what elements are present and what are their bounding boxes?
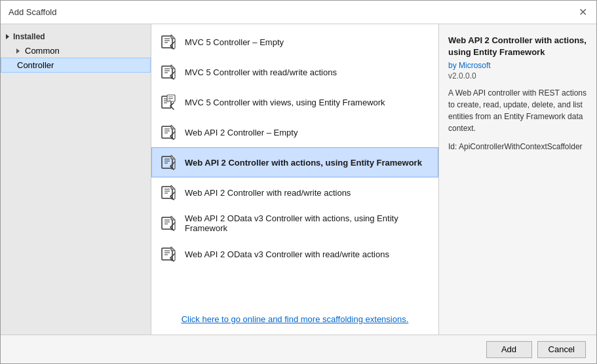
webapi2-odata-rw-icon	[160, 245, 178, 263]
scaffold-item-mvc5-rw[interactable]: MVC 5 Controller with read/write actions	[151, 57, 438, 87]
webapi2-odata-ef-label: Web API 2 OData v3 Controller with actio…	[185, 213, 430, 233]
scaffold-item-mvc5-views[interactable]: MVC 5 Controller with views, using Entit…	[151, 87, 438, 117]
webapi2-rw-label: Web API 2 Controller with read/write act…	[185, 188, 351, 198]
middle-panel: MVC 5 Controller – Empty	[151, 24, 439, 335]
detail-id: Id: ApiControllerWithContextScaffolder	[448, 142, 587, 151]
detail-title: Web API 2 Controller with actions, using…	[448, 35, 587, 58]
webapi2-empty-label: Web API 2 Controller – Empty	[185, 128, 298, 137]
scaffold-item-webapi2-odata-rw[interactable]: Web API 2 OData v3 Controller with read/…	[151, 239, 438, 269]
svg-marker-13	[171, 216, 175, 220]
mvc5-empty-label: MVC 5 Controller – Empty	[185, 37, 284, 47]
expand-icon	[6, 34, 9, 39]
svg-marker-3	[171, 65, 175, 69]
dialog-title: Add Scaffold	[9, 7, 56, 17]
installed-header: Installed	[1, 29, 151, 44]
mvc5-rw-label: MVC 5 Controller with read/write actions	[185, 67, 337, 77]
scaffold-item-webapi2-rw[interactable]: Web API 2 Controller with read/write act…	[151, 177, 438, 208]
webapi2-odata-ef-icon	[160, 214, 178, 232]
scaffold-item-webapi2-empty[interactable]: Web API 2 Controller – Empty	[151, 117, 438, 147]
mvc5-views-icon	[160, 93, 178, 111]
controller-label: Controller	[17, 60, 54, 70]
online-link-area: Click here to go online and find more sc…	[151, 306, 438, 335]
cancel-button[interactable]: Cancel	[537, 341, 586, 358]
scaffold-item-webapi2-ef[interactable]: Web API 2 Controller with actions, using…	[151, 147, 438, 177]
svg-marker-11	[171, 185, 175, 189]
webapi2-rw-icon	[160, 183, 178, 202]
svg-marker-1	[171, 35, 175, 39]
left-panel: Installed Common Controller	[1, 24, 151, 335]
scaffold-item-mvc5-empty[interactable]: MVC 5 Controller – Empty	[151, 27, 438, 57]
right-panel: Web API 2 Controller with actions, using…	[439, 24, 596, 335]
mvc5-views-label: MVC 5 Controller with views, using Entit…	[185, 98, 385, 107]
footer: Add Cancel	[1, 335, 596, 363]
common-label: Common	[25, 46, 60, 56]
webapi2-ef-label: Web API 2 Controller with actions, using…	[185, 158, 422, 168]
close-button[interactable]: ✕	[577, 7, 588, 18]
add-button[interactable]: Add	[486, 341, 532, 358]
installed-label: Installed	[13, 32, 45, 41]
detail-version: v2.0.0.0	[448, 71, 587, 81]
svg-marker-7	[171, 125, 175, 129]
scaffold-item-webapi2-odata-ef[interactable]: Web API 2 OData v3 Controller with actio…	[151, 208, 438, 239]
sidebar-item-controller[interactable]: Controller	[1, 58, 151, 73]
svg-marker-15	[171, 247, 175, 251]
webapi2-ef-icon	[160, 153, 178, 172]
svg-rect-5	[167, 95, 175, 101]
scaffold-list: MVC 5 Controller – Empty	[151, 24, 438, 306]
detail-author: by Microsoft	[448, 61, 587, 70]
common-arrow-icon	[16, 48, 20, 54]
mvc5-empty-icon	[160, 33, 178, 51]
detail-description: A Web API controller with REST actions t…	[448, 87, 587, 134]
online-link[interactable]: Click here to go online and find more sc…	[182, 314, 409, 324]
content-area: Installed Common Controller	[1, 24, 596, 335]
mvc5-rw-icon	[160, 63, 178, 81]
svg-marker-9	[171, 155, 175, 159]
webapi2-empty-icon	[160, 123, 178, 141]
title-bar: Add Scaffold ✕	[1, 1, 596, 24]
webapi2-odata-rw-label: Web API 2 OData v3 Controller with read/…	[185, 249, 389, 259]
add-scaffold-dialog: Add Scaffold ✕ Installed Common Controll…	[0, 0, 597, 364]
sidebar-item-common[interactable]: Common	[1, 44, 151, 58]
